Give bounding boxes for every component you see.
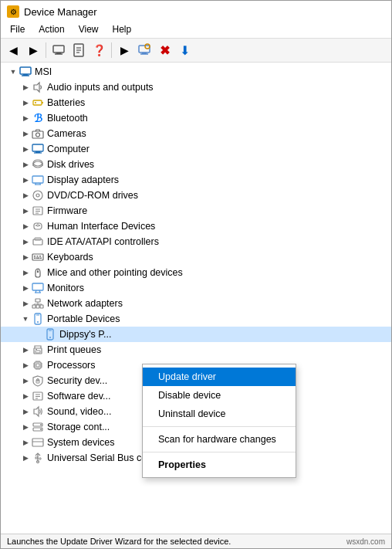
tree-item-firmware[interactable]: ▶ Firmware xyxy=(1,203,391,219)
context-menu: Update driver Disable device Uninstall d… xyxy=(142,364,296,478)
expander-root[interactable]: ▼ xyxy=(7,66,19,78)
expander-hid[interactable]: ▶ xyxy=(19,220,32,232)
tree-label-mice: Mice and other pointing devices xyxy=(47,267,183,278)
menu-view[interactable]: View xyxy=(73,22,105,36)
toolbar-back[interactable]: ◀ xyxy=(4,41,22,59)
svg-rect-50 xyxy=(40,258,42,259)
toolbar-action[interactable]: ▶ xyxy=(115,41,133,59)
expander-usb[interactable]: ▶ xyxy=(19,452,32,464)
svg-rect-16 xyxy=(42,102,43,103)
icon-usb xyxy=(32,452,44,464)
svg-rect-58 xyxy=(32,305,35,308)
tree-item-portable[interactable]: ▼ Portable Devices xyxy=(1,311,391,327)
ctx-scan-hardware[interactable]: Scan for hardware changes xyxy=(143,430,296,449)
tree-label-network: Network adapters xyxy=(47,298,123,309)
toolbar-uninstall[interactable]: ✖ xyxy=(155,41,174,59)
tree-item-network[interactable]: ▶ Network adapters xyxy=(1,296,391,311)
expander-cameras[interactable]: ▶ xyxy=(19,127,32,140)
toolbar-properties[interactable] xyxy=(69,41,88,59)
expander-monitors[interactable]: ▶ xyxy=(19,282,32,294)
tree-item-disk[interactable]: ▶ Disk drives xyxy=(1,157,391,172)
expander-print[interactable]: ▶ xyxy=(19,344,32,356)
icon-disk xyxy=(32,158,44,171)
ctx-uninstall-device[interactable]: Uninstall device xyxy=(143,405,296,423)
tree-item-display[interactable]: ▶ Display adapters xyxy=(1,172,391,188)
expander-portable[interactable]: ▼ xyxy=(19,313,32,325)
tree-item-root[interactable]: ▼ MSI xyxy=(1,64,391,80)
tree-item-dippsys[interactable]: Dippsy's P... xyxy=(1,327,391,342)
tree-label-system: System devices xyxy=(47,437,115,448)
expander-storage[interactable]: ▶ xyxy=(19,421,32,433)
expander-audio[interactable]: ▶ xyxy=(19,81,32,93)
tree-label-hid: Human Interface Devices xyxy=(47,221,155,232)
expander-system[interactable]: ▶ xyxy=(19,436,32,449)
tree-label-cameras: Cameras xyxy=(47,128,86,139)
svg-marker-95 xyxy=(34,407,39,416)
window-icon: ⚙ xyxy=(7,5,19,18)
svg-rect-28 xyxy=(32,176,43,183)
icon-display xyxy=(32,174,44,186)
icon-bluetooth: ℬ xyxy=(32,112,44,124)
expander-keyboards[interactable]: ▶ xyxy=(19,251,32,263)
device-manager-window: ⚙ Device Manager File Action View Help ◀… xyxy=(0,0,392,549)
icon-firmware xyxy=(32,205,44,217)
tree-item-computer[interactable]: ▶ Computer xyxy=(1,141,391,157)
expander-bluetooth[interactable]: ▶ xyxy=(19,112,32,124)
svg-rect-53 xyxy=(32,283,43,290)
svg-rect-45 xyxy=(34,256,35,257)
svg-point-71 xyxy=(49,337,51,338)
expander-firmware[interactable]: ▶ xyxy=(19,205,32,217)
toolbar-scan[interactable] xyxy=(135,41,154,59)
expander-batteries[interactable]: ▶ xyxy=(19,97,32,109)
svg-point-10 xyxy=(145,44,150,49)
expander-network[interactable]: ▶ xyxy=(19,297,32,310)
tree-item-cameras[interactable]: ▶ Cameras xyxy=(1,126,391,141)
expander-processors[interactable]: ▶ xyxy=(19,359,32,371)
toolbar-display[interactable] xyxy=(49,41,68,59)
svg-marker-14 xyxy=(34,83,39,92)
icon-network xyxy=(32,297,44,310)
tree-item-audio[interactable]: ▶ Audio inputs and outputs xyxy=(1,80,391,95)
toolbar-forward[interactable]: ▶ xyxy=(24,41,42,59)
expander-dvd[interactable]: ▶ xyxy=(19,189,32,202)
expander-disk[interactable]: ▶ xyxy=(19,158,32,171)
tree-item-bluetooth[interactable]: ▶ ℬ Bluetooth xyxy=(1,110,391,126)
expander-ide[interactable]: ▶ xyxy=(19,236,32,248)
icon-monitors xyxy=(32,282,44,294)
tree-label-portable: Portable Devices xyxy=(47,313,120,324)
icon-ide xyxy=(32,236,44,248)
expander-sound[interactable]: ▶ xyxy=(19,405,32,418)
tree-item-hid[interactable]: ▶ Human Interface Devices xyxy=(1,219,391,234)
tree-label-sound: Sound, video... xyxy=(47,406,111,417)
expander-security[interactable]: ▶ xyxy=(19,374,32,387)
expander-software[interactable]: ▶ xyxy=(19,390,32,402)
tree-item-ide[interactable]: ▶ IDE ATA/ATAPI controllers xyxy=(1,234,391,249)
tree-label-processors: Processors xyxy=(47,360,96,371)
icon-sound xyxy=(32,405,44,418)
svg-rect-47 xyxy=(39,256,41,257)
tree-item-monitors[interactable]: ▶ Monitors xyxy=(1,280,391,296)
toolbar-help[interactable]: ❓ xyxy=(90,41,108,59)
ctx-update-driver[interactable]: Update driver xyxy=(143,368,296,386)
icon-print xyxy=(32,344,44,356)
icon-computer xyxy=(19,66,32,78)
tree-root-label: MSI xyxy=(35,66,52,77)
svg-rect-74 xyxy=(35,349,37,350)
tree-item-dvd[interactable]: ▶ DVD/CD-ROM drives xyxy=(1,188,391,203)
toolbar-update[interactable]: ⬇ xyxy=(175,41,194,59)
tree-item-batteries[interactable]: ▶ Batteries xyxy=(1,95,391,110)
svg-rect-19 xyxy=(32,131,43,138)
tree-item-print[interactable]: ▶ Print queues xyxy=(1,342,391,358)
ctx-disable-device[interactable]: Disable device xyxy=(143,386,296,405)
icon-batteries xyxy=(32,97,44,109)
expander-display[interactable]: ▶ xyxy=(19,174,32,186)
expander-computer[interactable]: ▶ xyxy=(19,143,32,155)
ctx-properties[interactable]: Properties xyxy=(143,456,296,474)
tree-item-keyboards[interactable]: ▶ Keyboards xyxy=(1,249,391,265)
menu-file[interactable]: File xyxy=(4,22,31,36)
menu-help[interactable]: Help xyxy=(106,22,138,36)
menu-action[interactable]: Action xyxy=(32,22,70,36)
expander-dippsys xyxy=(32,328,44,341)
expander-mice[interactable]: ▶ xyxy=(19,266,32,279)
tree-item-mice[interactable]: ▶ Mice and other pointing devices xyxy=(1,265,391,280)
